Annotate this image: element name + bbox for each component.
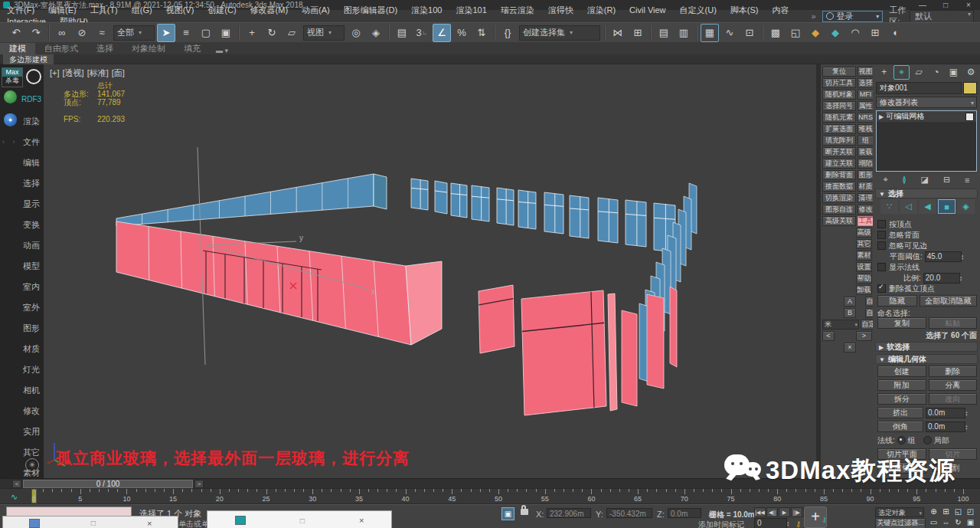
- zoom-region-icon[interactable]: ▭: [928, 517, 939, 527]
- script-button-帮助[interactable]: 帮助: [856, 274, 872, 284]
- mini-curve-editor-icon[interactable]: ∿: [11, 492, 18, 502]
- glass-panel-7[interactable]: [544, 192, 564, 234]
- gizmo-axis-label[interactable]: x: [371, 287, 375, 296]
- select-and-rotate-icon[interactable]: ↻: [263, 24, 281, 42]
- show-normals-checkbox[interactable]: 显示法线: [877, 262, 977, 272]
- ribbon-tab-填充[interactable]: 填充: [175, 43, 210, 54]
- current-frame-field[interactable]: 0: [754, 518, 787, 528]
- glass-panel-2[interactable]: [435, 181, 447, 214]
- normal-group-radio[interactable]: [897, 436, 906, 444]
- script-button-复位[interactable]: 复位: [822, 67, 856, 77]
- glass-panel-4[interactable]: [472, 185, 489, 221]
- menu-item[interactable]: 渲染(R): [580, 5, 622, 15]
- script-button-高级[interactable]: 高级: [856, 228, 872, 238]
- modifier-stack[interactable]: ▶ 可编辑网格: [876, 110, 977, 172]
- right-red-panel-2[interactable]: [647, 294, 664, 389]
- bevel-field[interactable]: 0.0m: [926, 421, 965, 432]
- set-keys-plus-button[interactable]: +: [804, 507, 827, 528]
- sidebar-item-修改[interactable]: 修改: [20, 405, 43, 417]
- gizmo-axis-label[interactable]: y: [299, 234, 303, 242]
- unlink-selection-icon[interactable]: ⊘: [73, 24, 91, 42]
- script-button-图形自连[interactable]: 图形自连: [822, 205, 856, 215]
- left-front-wall-endcap[interactable]: [406, 261, 442, 345]
- expand-arrow-icon[interactable]: ▶: [879, 113, 884, 120]
- open-autodesk-app-icon[interactable]: ⊞: [866, 24, 884, 42]
- pin-stack-icon[interactable]: ⌖: [883, 175, 887, 185]
- zoom-extents-icon[interactable]: ◱: [952, 507, 964, 517]
- select-and-scale-icon[interactable]: ▱: [283, 24, 301, 42]
- script-button-NRS[interactable]: NRS: [858, 113, 874, 123]
- close-icon[interactable]: ×: [147, 519, 152, 528]
- track-bar[interactable]: ∿ 05101520253035404550556065707580859095…: [0, 488, 980, 504]
- tab-create[interactable]: +: [876, 65, 893, 80]
- sidebar-item-材质[interactable]: 材质: [20, 343, 43, 355]
- lock-icon[interactable]: [521, 509, 528, 515]
- menu-item[interactable]: 内容: [766, 5, 796, 15]
- align-icon[interactable]: ⊞: [629, 24, 647, 42]
- z-coordinate-field[interactable]: 0.0m: [668, 508, 701, 518]
- mirror-icon[interactable]: ⋈: [609, 24, 627, 42]
- glass-panel-8[interactable]: [570, 195, 589, 238]
- render-in-cloud-icon[interactable]: ◠: [846, 24, 864, 42]
- normals-scale-field[interactable]: 20.0: [923, 273, 960, 284]
- menu-item[interactable]: 动画(A): [295, 5, 337, 15]
- reference-coordinate-dropdown[interactable]: 视图▾: [303, 25, 345, 41]
- previous-key-button[interactable]: <: [12, 480, 21, 488]
- attach-button[interactable]: 附加: [877, 379, 926, 391]
- sidebar-item-图形[interactable]: 图形: [20, 323, 43, 334]
- viewport-label[interactable]: [面]: [112, 68, 125, 77]
- extrude-field[interactable]: 0.0m: [926, 408, 965, 418]
- gear-icon[interactable]: ✳: [25, 458, 39, 472]
- delete-button[interactable]: 删除: [929, 366, 978, 377]
- sidebar-item-文件[interactable]: 文件: [20, 136, 43, 148]
- script-button-选择[interactable]: 选择: [858, 78, 874, 88]
- menu-item[interactable]: 图形编辑器(D): [337, 5, 404, 15]
- stack-item-editable-mesh[interactable]: ▶ 可编辑网格: [877, 111, 976, 122]
- face-subobject-icon[interactable]: ◀: [919, 199, 936, 214]
- render-iterative-icon[interactable]: ◆: [826, 24, 844, 42]
- mid-red-panel-3[interactable]: [608, 294, 617, 411]
- vertex-subobject-icon[interactable]: ∵: [880, 199, 898, 214]
- maximize-glyph-icon[interactable]: □: [300, 517, 305, 525]
- script-button-工具[interactable]: 工具: [858, 216, 874, 226]
- script-button-A[interactable]: A: [844, 297, 856, 307]
- menu-item[interactable]: 文件(F): [0, 5, 41, 15]
- sidebar-item-其它[interactable]: 其它: [20, 447, 43, 458]
- select-and-link-icon[interactable]: ∞: [53, 24, 71, 42]
- ribbon-tab-自由形式[interactable]: 自由形式: [35, 43, 87, 54]
- rollout-edit-geometry[interactable]: ▼编辑几何体: [875, 354, 978, 364]
- select-and-move-icon[interactable]: +: [243, 24, 261, 42]
- record-ring-icon[interactable]: [26, 69, 41, 84]
- script-button-MFI[interactable]: MFI: [858, 90, 874, 100]
- selection-lock-toggle[interactable]: ▣: [501, 507, 514, 520]
- copy-button[interactable]: 复制: [877, 317, 926, 329]
- render-production-icon[interactable]: ◆: [806, 24, 825, 42]
- schematic-view-icon[interactable]: ⊡: [740, 24, 759, 42]
- layer-explorer-icon[interactable]: ▥: [675, 24, 693, 42]
- element-subobject-icon[interactable]: ◈: [957, 199, 975, 214]
- script-button-切换渲染[interactable]: 切换渲染: [822, 193, 856, 203]
- zoom-icon[interactable]: ⊕: [928, 507, 939, 517]
- key-mode-icon[interactable]: ⚷: [795, 520, 801, 528]
- glass-panel-5[interactable]: [497, 188, 514, 225]
- close-icon[interactable]: ×: [359, 516, 364, 525]
- keyboard-shortcut-override-icon[interactable]: ▤: [393, 24, 411, 42]
- scene-canvas[interactable]: yx: [44, 64, 816, 478]
- menu-item[interactable]: 脚本(S): [724, 5, 766, 15]
- tab-motion[interactable]: ◔: [928, 65, 945, 80]
- menu-item[interactable]: 视图(V): [159, 5, 201, 15]
- rollout-soft-selection[interactable]: ▶软选择: [875, 342, 978, 352]
- script-button-材质[interactable]: 材质: [858, 182, 874, 192]
- glass-panel-1[interactable]: [411, 179, 428, 210]
- unhide-all-button[interactable]: 全部取消隐藏: [920, 295, 977, 307]
- paste-button[interactable]: 粘贴: [929, 317, 978, 329]
- by-vertex-checkbox[interactable]: 按顶点: [877, 219, 977, 229]
- script-button-属性[interactable]: 属性: [858, 101, 874, 111]
- ribbon-tab-对象绘制[interactable]: 对象绘制: [122, 43, 175, 54]
- edit-named-selection-sets-icon[interactable]: {}: [498, 24, 517, 42]
- ribbon-more-icon[interactable]: ▬ ▾: [210, 47, 234, 54]
- script-button-堆栈[interactable]: 堆栈: [858, 124, 874, 134]
- script-button-填充阵列[interactable]: 填充阵列: [822, 136, 856, 146]
- script-button-B[interactable]: B: [844, 308, 856, 318]
- spinner-snap-icon[interactable]: ⇅: [472, 24, 491, 42]
